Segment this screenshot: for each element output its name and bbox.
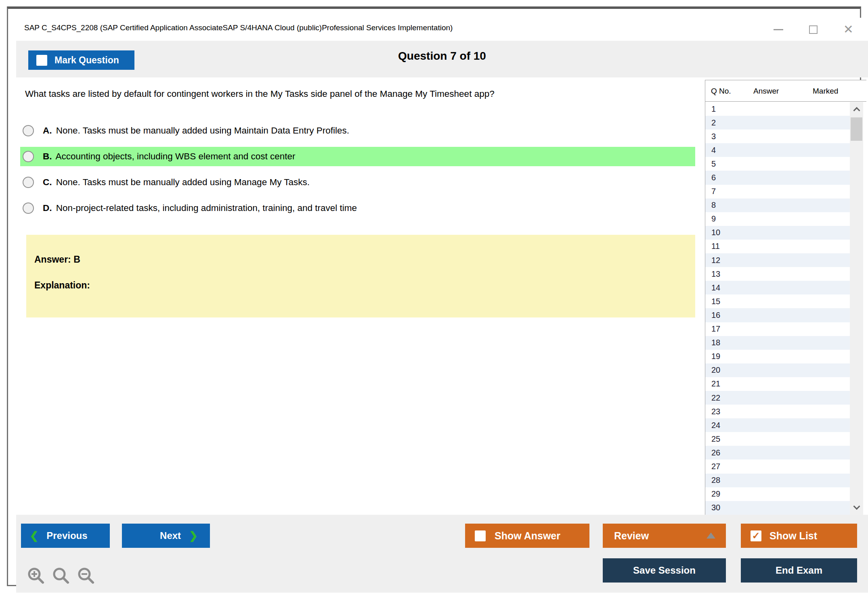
option-text: D. Non-project-related tasks, including …: [43, 203, 357, 213]
question-list-row[interactable]: 21: [705, 377, 850, 391]
question-list-row[interactable]: 10: [705, 226, 850, 240]
question-list-row[interactable]: 20: [705, 363, 850, 377]
scroll-down-icon[interactable]: [850, 500, 863, 515]
show-answer-button[interactable]: Show Answer: [465, 524, 589, 548]
mark-question-button[interactable]: Mark Question: [28, 50, 134, 70]
question-list-row[interactable]: 4: [705, 143, 850, 157]
question-list-row[interactable]: 1: [705, 102, 850, 116]
previous-label: Previous: [46, 530, 87, 541]
zoom-reset-icon[interactable]: [52, 566, 70, 585]
question-list-row[interactable]: 18: [705, 336, 850, 350]
question-list-row[interactable]: 7: [705, 185, 850, 198]
question-list-row[interactable]: 26: [705, 446, 850, 459]
save-session-label: Save Session: [633, 565, 696, 576]
answer-box: Answer: B Explanation:: [26, 235, 695, 317]
question-list-row[interactable]: 16: [705, 308, 850, 322]
column-answer: Answer: [753, 87, 779, 96]
option-text: A. None. Tasks must be manually added us…: [43, 125, 349, 136]
title-bar: SAP C_S4CPS_2208 (SAP Certified Applicat…: [16, 18, 868, 41]
previous-button[interactable]: ❮ Previous: [21, 524, 110, 548]
mark-question-checkbox[interactable]: [36, 55, 47, 66]
question-list-row[interactable]: 24: [705, 418, 850, 432]
show-list-button[interactable]: ✓ Show List: [741, 524, 857, 548]
zoom-tools: [27, 566, 95, 585]
question-list-row[interactable]: 9: [705, 212, 850, 226]
review-button[interactable]: Review: [603, 524, 726, 548]
exam-simulator-app: SAP C_S4CPS_2208 (SAP Certified Applicat…: [0, 0, 868, 593]
question-list-row[interactable]: 29: [705, 487, 850, 501]
show-answer-checkbox[interactable]: [475, 530, 486, 541]
question-list-row[interactable]: 12: [705, 253, 850, 267]
question-list-row[interactable]: 22: [705, 391, 850, 405]
question-list-row[interactable]: 30: [705, 501, 850, 515]
question-list-rows: 1234567891011121314151617181920212223242…: [705, 102, 850, 515]
question-list-row[interactable]: 11: [705, 240, 850, 253]
close-icon[interactable]: ✕: [843, 23, 853, 35]
options-list: A. None. Tasks must be manually added us…: [20, 121, 695, 218]
question-list-row[interactable]: 19: [705, 350, 850, 363]
question-list-row[interactable]: 6: [705, 171, 850, 184]
radio-button[interactable]: [23, 203, 34, 214]
question-list-row[interactable]: 28: [705, 474, 850, 487]
maximize-icon[interactable]: [809, 25, 818, 34]
explanation-label: Explanation:: [34, 280, 90, 291]
question-list-row[interactable]: 5: [705, 157, 850, 171]
answer-label: Answer: B: [34, 254, 80, 265]
checkmark-icon: ✓: [752, 531, 760, 541]
show-list-label: Show List: [769, 530, 817, 542]
zoom-in-icon[interactable]: [27, 566, 45, 585]
option-row-b[interactable]: B. Accounting objects, including WBS ele…: [20, 147, 695, 166]
question-list-row[interactable]: 27: [705, 459, 850, 473]
zoom-out-icon[interactable]: [77, 566, 95, 585]
question-list-row[interactable]: 17: [705, 322, 850, 336]
option-row-a[interactable]: A. None. Tasks must be manually added us…: [20, 121, 695, 140]
show-answer-label: Show Answer: [495, 530, 560, 542]
option-text: B. Accounting objects, including WBS ele…: [43, 151, 296, 162]
bottom-toolbar: ❮ Previous Next ❯ Show Answer Review ✓ S…: [16, 515, 868, 593]
column-qno: Q No.: [711, 87, 731, 96]
radio-button[interactable]: [23, 177, 34, 188]
triangle-up-icon: [707, 532, 715, 539]
question-list-panel: Q No. Answer Marked 12345678910111213141…: [705, 80, 866, 515]
question-list-header: Q No. Answer Marked: [705, 80, 866, 102]
question-list-row[interactable]: 13: [705, 267, 850, 281]
chevron-right-icon: ❯: [189, 530, 198, 542]
chevron-left-icon: ❮: [29, 530, 38, 542]
next-label: Next: [160, 530, 181, 541]
radio-button[interactable]: [23, 151, 34, 162]
window-controls: ✕: [774, 20, 853, 39]
question-list-row[interactable]: 15: [705, 294, 850, 308]
question-list-row[interactable]: 25: [705, 432, 850, 446]
scrollbar[interactable]: [850, 102, 863, 515]
radio-button[interactable]: [23, 125, 34, 136]
scrollbar-thumb[interactable]: [851, 117, 862, 141]
mark-question-label: Mark Question: [55, 55, 119, 66]
scroll-up-icon[interactable]: [850, 102, 863, 117]
option-text: C. None. Tasks must be manually added us…: [43, 177, 310, 188]
app-window: SAP C_S4CPS_2208 (SAP Certified Applicat…: [7, 6, 861, 586]
next-button[interactable]: Next ❯: [122, 524, 210, 548]
option-row-d[interactable]: D. Non-project-related tasks, including …: [20, 198, 695, 218]
option-row-c[interactable]: C. None. Tasks must be manually added us…: [20, 173, 695, 192]
header-strip: Question 7 of 10 Mark Question: [16, 41, 868, 77]
end-exam-button[interactable]: End Exam: [741, 558, 857, 583]
save-session-button[interactable]: Save Session: [603, 558, 726, 583]
minimize-icon[interactable]: [774, 29, 783, 30]
question-list-row[interactable]: 3: [705, 129, 850, 143]
review-label: Review: [614, 530, 649, 542]
question-list-row[interactable]: 23: [705, 405, 850, 418]
question-list-row[interactable]: 14: [705, 281, 850, 294]
end-exam-label: End Exam: [776, 565, 822, 576]
window-title: SAP C_S4CPS_2208 (SAP Certified Applicat…: [24, 23, 453, 32]
show-list-checkbox[interactable]: ✓: [751, 530, 761, 541]
question-text: What tasks are listed by default for con…: [25, 89, 683, 99]
question-counter: Question 7 of 10: [16, 50, 868, 63]
column-marked: Marked: [813, 87, 838, 96]
question-list-row[interactable]: 8: [705, 198, 850, 212]
question-list-row[interactable]: 2: [705, 116, 850, 129]
